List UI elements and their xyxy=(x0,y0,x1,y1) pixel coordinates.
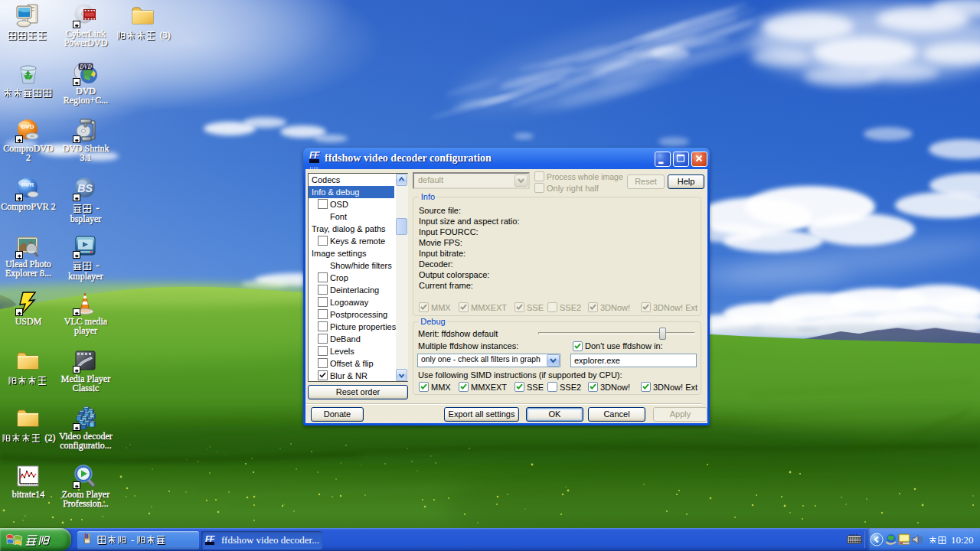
svg-text:PVR: PVR xyxy=(21,181,34,188)
svg-text:BS: BS xyxy=(77,182,93,194)
svg-text:DVD: DVD xyxy=(79,64,92,70)
svg-text:DVD: DVD xyxy=(21,123,34,130)
